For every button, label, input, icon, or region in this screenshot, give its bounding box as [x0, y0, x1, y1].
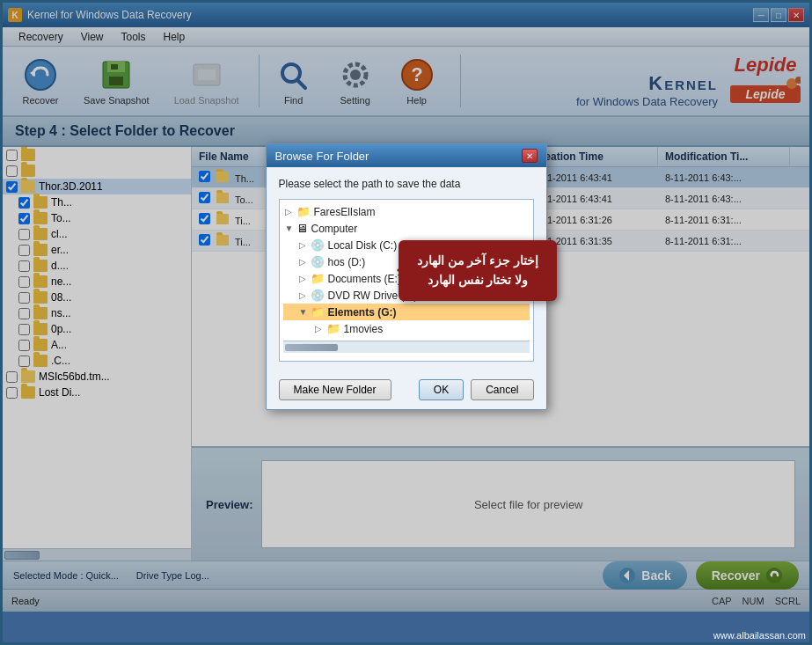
dvd-icon: 💿	[311, 289, 325, 302]
corner-logo: www.albailassan.com	[713, 630, 806, 641]
ftree-expand-icon: ▷	[299, 240, 308, 250]
dialog-title: Browse For Folder	[275, 150, 369, 163]
computer-icon: 🖥	[296, 222, 308, 235]
drive-icon: 📁	[311, 305, 325, 319]
make-new-folder-button[interactable]: Make New Folder	[279, 379, 391, 400]
dialog-footer: Make New Folder OK Cancel	[267, 372, 546, 409]
ftree-expand-icon: ▷	[299, 257, 308, 267]
dialog-instruction: Please select the path to save the data	[279, 178, 534, 190]
ftree-faresellislam[interactable]: ▷ 📁 FaresElIslam	[283, 203, 530, 220]
folder-icon: 📁	[311, 272, 325, 285]
ftree-label: Local Disk (C:)	[328, 239, 398, 252]
dialog-title-bar: Browse For Folder ✕	[267, 144, 546, 167]
ftree-label: hos (D:)	[328, 256, 366, 268]
dialog-close-button[interactable]: ✕	[522, 149, 538, 163]
ftree-label: Computer	[311, 223, 358, 235]
ftree-computer[interactable]: ▼ 🖥 Computer	[283, 220, 530, 237]
ftree-label: 1movies	[344, 323, 384, 335]
folder-icon: 📁	[326, 322, 340, 335]
disk-icon: 💿	[311, 255, 325, 268]
ftree-expand-icon: ▼	[299, 307, 308, 317]
ftree-1movies[interactable]: ▷ 📁 1movies	[283, 320, 530, 337]
tooltip-text: إختار جزء آخر من الهارد ولا تختار نفس ال…	[417, 253, 539, 287]
ftree-expand-icon: ▷	[299, 290, 308, 300]
ftree-expand-icon: ▷	[315, 324, 324, 333]
ftree-elements-g[interactable]: ▼ 📁 Elements (G:)	[283, 304, 530, 320]
ftree-label: FaresElIslam	[314, 206, 376, 218]
ftree-label: Elements (G:)	[328, 306, 397, 319]
ftree-expand-icon: ▷	[299, 274, 308, 283]
ok-button[interactable]: OK	[419, 379, 464, 400]
tooltip-bubble: إختار جزء آخر من الهارد ولا تختار نفس ال…	[399, 240, 557, 301]
disk-icon: 💿	[311, 238, 325, 252]
cancel-button[interactable]: Cancel	[471, 379, 533, 400]
folder-icon: 📁	[296, 205, 311, 218]
ftree-expand-icon: ▼	[285, 224, 294, 233]
dialog-overlay: Browse For Folder ✕ Please select the pa…	[3, 3, 809, 642]
ftree-expand-icon: ▷	[285, 207, 294, 216]
